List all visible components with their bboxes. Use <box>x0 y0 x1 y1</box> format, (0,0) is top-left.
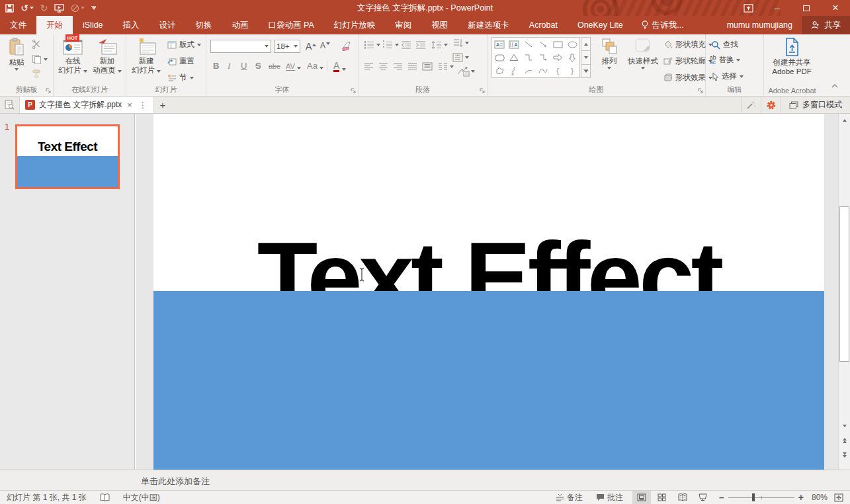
document-tab-active[interactable]: P 文字撞色 文字拆解.pptx × ⋮ <box>20 97 154 113</box>
reset-button[interactable]: 重置 <box>167 56 194 66</box>
zoom-in-button[interactable]: + <box>798 492 804 503</box>
shape-outline-button[interactable]: 形状轮廓 <box>663 56 712 66</box>
tab-menu-icon[interactable]: ⋮ <box>138 101 148 110</box>
clear-formatting-icon[interactable] <box>341 41 353 52</box>
tab-home[interactable]: 开始 <box>36 16 73 34</box>
align-text-icon[interactable] <box>452 53 463 62</box>
close-button[interactable]: × <box>821 0 850 16</box>
minimize-button[interactable]: – <box>763 0 792 16</box>
tab-pocket-animation[interactable]: 口袋动画 PA <box>259 16 324 34</box>
collapse-ribbon-button[interactable] <box>831 83 839 89</box>
justify-icon[interactable] <box>407 62 417 71</box>
zoom-slider-thumb[interactable] <box>752 493 755 501</box>
zoom-level[interactable]: 80% <box>808 491 831 504</box>
tab-insert[interactable]: 插入 <box>113 16 149 34</box>
account-name[interactable]: mumu mumujiang <box>718 16 802 34</box>
normal-view-button[interactable] <box>632 491 651 504</box>
previous-slide-button[interactable] <box>839 435 850 446</box>
spell-check-button[interactable] <box>93 491 116 504</box>
magic-wand-button[interactable] <box>741 97 761 113</box>
decrease-indent-icon[interactable] <box>401 40 411 50</box>
notes-toggle-button[interactable]: 备注 <box>549 491 589 504</box>
bold-button[interactable]: B <box>213 61 219 71</box>
new-animation-page-button[interactable]: 新加动画页 <box>91 38 123 75</box>
slide-search-button[interactable] <box>0 97 20 113</box>
tell-me-box[interactable]: 告诉我... <box>633 16 692 34</box>
change-case-button[interactable]: Aa <box>307 61 323 71</box>
zoom-out-button[interactable]: – <box>719 492 724 503</box>
online-slides-button[interactable]: HOT 在线幻灯片 <box>57 38 89 75</box>
underline-button[interactable]: U <box>241 61 247 71</box>
convert-smartart-icon[interactable] <box>456 66 470 77</box>
replace-button[interactable]: abac替换 <box>710 55 740 65</box>
scrollbar-thumb[interactable] <box>839 206 849 362</box>
italic-button[interactable]: I <box>228 61 230 71</box>
copy-icon[interactable] <box>32 54 42 64</box>
tab-acrobat[interactable]: Acrobat <box>519 16 568 34</box>
align-left-icon[interactable] <box>364 62 374 71</box>
comments-toggle-button[interactable]: 批注 <box>589 491 630 504</box>
next-slide-button[interactable] <box>839 450 850 460</box>
scroll-up-button[interactable] <box>839 115 850 126</box>
distribute-icon[interactable] <box>422 62 433 71</box>
section-button[interactable]: 节 <box>167 73 194 83</box>
slide-canvas[interactable]: Text Effect <box>136 114 838 470</box>
notes-pane[interactable]: 单击此处添加备注 <box>0 470 850 491</box>
columns-icon[interactable] <box>438 62 448 71</box>
select-button[interactable]: 选择 <box>711 71 744 81</box>
vertical-scrollbar[interactable] <box>838 114 850 470</box>
shapes-scroll-down-button[interactable] <box>581 51 591 64</box>
arrange-button[interactable]: 排列 <box>596 38 622 69</box>
font-color-button[interactable]: A <box>333 61 346 72</box>
font-name-combo[interactable] <box>210 40 271 53</box>
numbering-icon[interactable] <box>382 40 393 50</box>
grow-font-button[interactable]: A <box>306 41 316 52</box>
shape-fill-button[interactable]: 形状填充 <box>663 40 712 50</box>
paste-button[interactable]: 粘贴 <box>4 38 29 71</box>
tab-animations[interactable]: 动画 <box>222 16 259 34</box>
settings-gear-button[interactable] <box>761 97 781 113</box>
text-direction-icon[interactable] <box>452 38 463 48</box>
maximize-button[interactable] <box>792 0 821 16</box>
tab-review[interactable]: 审阅 <box>385 16 421 34</box>
tab-file[interactable]: 文件 <box>0 16 36 34</box>
tab-slideshow[interactable]: 幻灯片放映 <box>324 16 386 34</box>
line-spacing-icon[interactable] <box>431 40 442 50</box>
slideshow-view-button[interactable] <box>694 491 712 504</box>
notes-placeholder[interactable]: 单击此处添加备注 <box>141 476 210 487</box>
increase-indent-icon[interactable] <box>415 40 426 50</box>
character-spacing-button[interactable]: AV <box>286 62 301 71</box>
scroll-down-button[interactable] <box>839 421 850 431</box>
new-document-tab-button[interactable]: + <box>154 97 171 113</box>
multi-window-mode-button[interactable]: 多窗口模式 <box>781 97 850 113</box>
slide-thumbnail[interactable]: Text Effect <box>15 124 120 189</box>
create-pdf-button[interactable]: 创建并共享Adobe PDF <box>765 38 818 77</box>
cut-icon[interactable] <box>32 40 42 50</box>
tab-islide[interactable]: iSlide <box>73 16 113 34</box>
ribbon-display-options-button[interactable] <box>734 0 763 16</box>
bullets-icon[interactable] <box>364 40 374 50</box>
font-size-combo[interactable]: 18+ <box>274 40 300 53</box>
shrink-font-button[interactable]: A <box>320 41 330 50</box>
shapes-gallery[interactable]: A A { } <box>491 37 580 78</box>
fit-to-window-button[interactable] <box>831 491 850 504</box>
reading-view-button[interactable] <box>673 491 692 504</box>
double-strikethrough-button[interactable]: abc <box>269 62 280 70</box>
align-center-icon[interactable] <box>378 62 388 71</box>
strikethrough-button[interactable]: S <box>255 61 261 71</box>
close-tab-icon[interactable]: × <box>126 100 134 110</box>
drawing-dialog-launcher[interactable] <box>698 88 703 93</box>
format-painter-icon[interactable] <box>32 69 42 79</box>
language-indicator[interactable]: 中文(中国) <box>116 491 167 504</box>
new-slide-button[interactable]: 新建幻灯片 <box>129 38 163 75</box>
tab-view[interactable]: 视图 <box>421 16 458 34</box>
blue-rectangle-shape[interactable] <box>153 291 824 470</box>
zoom-slider[interactable] <box>728 497 794 498</box>
shapes-more-button[interactable] <box>581 65 591 78</box>
font-dialog-launcher[interactable] <box>351 88 356 93</box>
clipboard-dialog-launcher[interactable] <box>46 88 51 93</box>
layout-button[interactable]: 版式 <box>167 40 201 50</box>
tab-design[interactable]: 设计 <box>149 16 186 34</box>
share-button[interactable]: 共享 <box>802 16 850 34</box>
shapes-scroll-up-button[interactable] <box>581 37 591 51</box>
